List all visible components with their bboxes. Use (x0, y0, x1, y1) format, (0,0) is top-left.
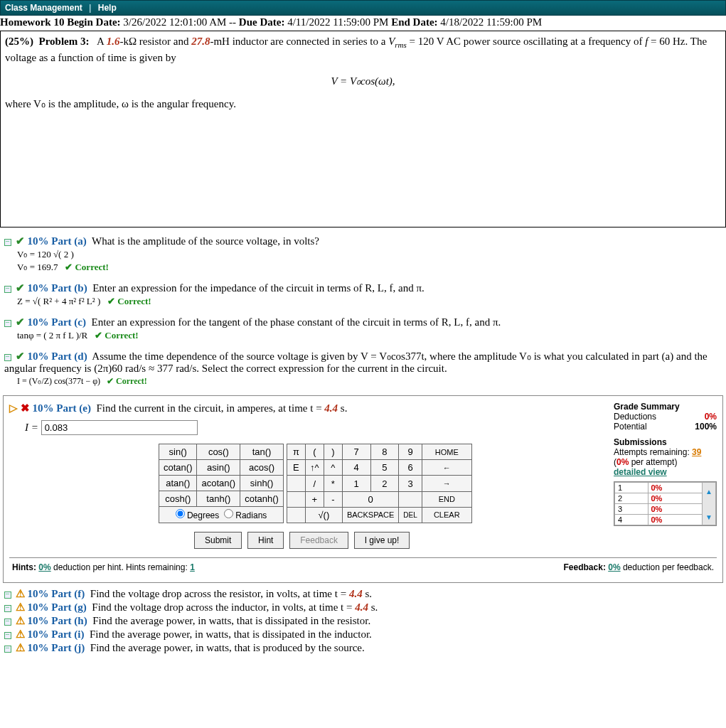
key-plus[interactable]: + (305, 491, 324, 507)
detailed-view-link[interactable]: detailed view (614, 467, 667, 477)
fn-cotan[interactable]: cotan() (159, 460, 197, 476)
warn-icon: ⚠ (16, 615, 25, 626)
nav-class-management[interactable]: Class Management (5, 3, 82, 13)
part-c-ans1: tanφ = ( 2 π f L )/R (17, 330, 87, 341)
key-6[interactable]: 6 (399, 460, 422, 476)
attempt-pct: 0% (648, 504, 703, 515)
scrollbar[interactable]: ▲▼ (703, 483, 716, 525)
key-e[interactable]: E (287, 460, 305, 476)
collapse-icon[interactable] (4, 286, 11, 293)
part-a-ans2: V₀ = 169.7 (17, 262, 58, 272)
fn-atan[interactable]: atan() (159, 476, 197, 491)
correct-label: ✔ Correct! (107, 376, 147, 386)
fn-tanh[interactable]: tanh() (197, 491, 240, 507)
attempt-pct: 0% (648, 515, 703, 525)
collapse-icon[interactable] (4, 592, 11, 599)
attempt-row: 3 (615, 504, 648, 515)
answer-label: I = (25, 422, 38, 433)
key-1[interactable]: 1 (342, 476, 370, 491)
collapse-icon[interactable] (4, 646, 11, 653)
mode-radians[interactable]: Radians (224, 510, 267, 520)
f-sym: f (645, 36, 648, 47)
check-icon: ✔ (16, 282, 25, 294)
part-f-tval: 4.4 (349, 588, 363, 599)
part-i-text: Find the average power, in watts, that i… (90, 628, 372, 640)
attempt-history: 10%▲▼ 20% 30% 40% (614, 481, 717, 526)
value-l: 27.8 (191, 36, 210, 47)
key-lparen[interactable]: ( (305, 444, 324, 460)
fn-asin[interactable]: asin() (197, 460, 240, 476)
vrms-sym: V (388, 36, 395, 47)
key-backspace[interactable]: BACKSPACE (342, 507, 398, 523)
attempts-val: 39 (692, 447, 701, 457)
key-sqrt[interactable]: √() (305, 507, 342, 523)
fn-cosh[interactable]: cosh() (159, 491, 197, 507)
fn-sin[interactable]: sin() (159, 444, 197, 460)
part-g: ⚠ 10% Part (g) Find the voltage drop acr… (0, 601, 726, 614)
hw-end-label: End Date: (391, 16, 437, 28)
key-div[interactable]: / (305, 476, 324, 491)
part-b: ✔ 10% Part (b) Enter an expression for t… (0, 282, 726, 307)
num-keypad: π ( ) 7 8 9 HOME E ↑^ ^ 4 5 6 ← (287, 444, 472, 523)
mode-degrees[interactable]: Degrees (176, 510, 220, 520)
hints-bar: Hints: 0% deduction per hint. Hints rema… (9, 557, 717, 577)
vrms-sub: rms (395, 41, 407, 49)
fn-cotanh[interactable]: cotanh() (240, 491, 284, 507)
collapse-icon[interactable] (4, 354, 11, 361)
part-i: ⚠ 10% Part (i) Find the average power, i… (0, 628, 726, 641)
part-f: ⚠ 10% Part (f) Find the voltage drop acr… (0, 587, 726, 600)
check-icon: ✔ (16, 350, 25, 362)
key-right[interactable]: → (422, 476, 471, 491)
part-b-text: Enter an expression for the impedance of… (92, 282, 425, 294)
key-up[interactable]: ↑^ (305, 460, 324, 476)
key-7[interactable]: 7 (342, 444, 370, 460)
problem-container: (25%) Problem 3: A 1.6-kΩ resistor and 2… (0, 31, 726, 228)
collapse-icon[interactable] (4, 632, 11, 639)
key-9[interactable]: 9 (399, 444, 422, 460)
nav-help[interactable]: Help (98, 3, 117, 13)
key-blank (287, 507, 305, 523)
key-power[interactable]: ^ (324, 460, 342, 476)
key-pi[interactable]: π (287, 444, 305, 460)
key-3[interactable]: 3 (399, 476, 422, 491)
key-mul[interactable]: * (324, 476, 342, 491)
feedback-label: Feedback: (564, 562, 606, 572)
hint-button[interactable]: Hint (247, 532, 284, 549)
key-0[interactable]: 0 (342, 491, 398, 507)
warn-icon: ⚠ (16, 642, 25, 653)
part-j: ⚠ 10% Part (j) Find the average power, i… (0, 641, 726, 654)
expand-icon[interactable]: ▷ (9, 402, 18, 414)
key-del[interactable]: DEL (399, 507, 422, 523)
answer-input[interactable] (41, 420, 198, 435)
collapse-icon[interactable] (4, 320, 11, 327)
hw-end: 4/18/2022 11:59:00 PM (440, 16, 542, 28)
fn-acotan[interactable]: acotan() (197, 476, 240, 491)
hw-due-label: Due Date: (239, 16, 285, 28)
key-5[interactable]: 5 (370, 460, 399, 476)
hw-label: Homework 10 Begin Date: (0, 16, 121, 28)
part-e-active: ▷ ✖ 10% Part (e) Find the current in the… (3, 395, 723, 583)
angle-mode: Degrees Radians (159, 507, 284, 523)
giveup-button[interactable]: I give up! (354, 532, 410, 549)
collapse-icon[interactable] (4, 239, 11, 246)
collapse-icon[interactable] (4, 619, 11, 626)
fn-tan[interactable]: tan() (240, 444, 284, 460)
fn-sinh[interactable]: sinh() (240, 476, 284, 491)
key-minus[interactable]: - (324, 491, 342, 507)
key-rparen[interactable]: ) (324, 444, 342, 460)
key-clear[interactable]: CLEAR (422, 507, 471, 523)
key-left[interactable]: ← (422, 460, 471, 476)
txt: -mH inductor are connected in series to … (210, 36, 385, 47)
key-2[interactable]: 2 (370, 476, 399, 491)
fn-acos[interactable]: acos() (240, 460, 284, 476)
submit-button[interactable]: Submit (194, 532, 242, 549)
key-end[interactable]: END (422, 491, 471, 507)
txt: A (97, 36, 104, 47)
fn-cos[interactable]: cos() (197, 444, 240, 460)
key-home[interactable]: HOME (422, 444, 471, 460)
key-8[interactable]: 8 (370, 444, 399, 460)
key-4[interactable]: 4 (342, 460, 370, 476)
correct-label: ✔ Correct! (65, 262, 109, 272)
part-d-label: 10% Part (d) (28, 350, 87, 362)
collapse-icon[interactable] (4, 605, 11, 612)
